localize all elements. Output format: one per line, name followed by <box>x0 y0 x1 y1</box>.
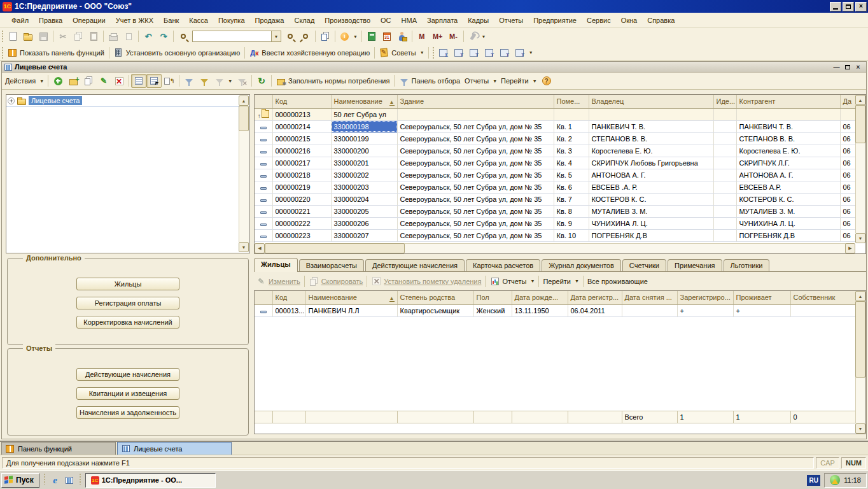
column-header-Наименование[interactable]: Наименование▲ <box>331 95 397 108</box>
cell-apartment[interactable]: Кв. 8 <box>554 205 589 217</box>
command-button-3[interactable]: ДкВвести хозяйственную операцию <box>247 46 372 60</box>
cell-code[interactable]: 000000214 <box>272 120 331 132</box>
residents-reports-menu[interactable]: Отчеты▼ <box>487 274 536 288</box>
format-table-button[interactable] <box>451 46 466 60</box>
cell-empty[interactable] <box>840 108 856 120</box>
user-permissions-button[interactable] <box>395 29 410 43</box>
doc-restore-button[interactable] <box>842 62 853 71</box>
column-header-Иде...[interactable]: Иде... <box>713 95 736 108</box>
menu-item-Сервис[interactable]: Сервис <box>582 15 616 26</box>
cell-registered[interactable]: + <box>677 304 733 316</box>
filter-settings-button[interactable] <box>197 74 212 88</box>
page-table-button[interactable] <box>497 46 512 60</box>
quicklaunch-grip[interactable] <box>43 473 46 485</box>
menu-item-Предприятие[interactable]: Предприятие <box>528 15 582 26</box>
side-button-Корректировка начислений[interactable]: Корректировка начислений <box>76 316 179 329</box>
menu-item-Файл[interactable]: Файл <box>6 15 34 26</box>
outlook-express-icon[interactable] <box>64 474 75 486</box>
cell-code[interactable]: 000013... <box>272 304 305 316</box>
cut-button[interactable]: ✂ <box>55 29 71 43</box>
list-table-button[interactable] <box>482 46 497 60</box>
cell-birthdate[interactable]: 13.11.1950 <box>512 304 568 316</box>
residents-view-filter[interactable]: Все проживающие <box>585 274 650 288</box>
tree-scroll-thumb[interactable] <box>239 106 249 131</box>
cell-relation[interactable]: Квартиросъемщик <box>397 304 473 316</box>
cell-name[interactable]: 330000204 <box>331 193 397 205</box>
cell-id[interactable] <box>713 132 736 145</box>
actions-menu[interactable]: Действия▼ <box>3 74 46 88</box>
cell-contractor[interactable]: МУТАЛИЕВ З. М. <box>736 205 840 217</box>
tab-Счетчики[interactable]: Счетчики <box>622 259 666 272</box>
accounts-row[interactable]: 000000222330000206Североуральск, 50 лет … <box>255 217 856 229</box>
accounts-row[interactable]: 000000218330000202Североуральск, 50 лет … <box>255 169 856 181</box>
menu-item-Правка[interactable]: Правка <box>34 15 67 26</box>
cell-date[interactable]: 06 <box>840 120 856 132</box>
column-header-Наименование[interactable]: Наименование▲ <box>305 291 397 304</box>
cell-code[interactable]: 000000216 <box>272 145 331 157</box>
cell-apartment[interactable]: Кв. 5 <box>554 169 589 181</box>
cell-empty[interactable] <box>554 108 589 120</box>
cell-name[interactable]: ПАНКЕВИЧ Л.Л <box>305 304 397 316</box>
cell-apartment[interactable]: Кв. 4 <box>554 157 589 169</box>
goto-menu[interactable]: Перейти▼ <box>499 74 539 88</box>
cell-owner[interactable]: Коростелева Е. Ю. <box>589 145 713 157</box>
hierarchy-view-button[interactable] <box>131 74 146 88</box>
tab-Карточка расчетов[interactable]: Карточка расчетов <box>466 259 540 272</box>
resident-row[interactable]: 000013...ПАНКЕВИЧ Л.ЛКвартиросъемщикЖенс… <box>255 304 856 316</box>
cell-id[interactable] <box>713 169 736 181</box>
column-header-Дата рожде...[interactable]: Дата рожде... <box>512 291 568 304</box>
cell-id[interactable] <box>713 181 736 193</box>
export-table-button[interactable] <box>512 46 528 60</box>
cell-owner[interactable] <box>790 304 856 316</box>
cell-building[interactable]: Североуральск, 50 лет Субра ул, дом № 35 <box>397 181 554 193</box>
column-header-Проживает[interactable]: Проживает <box>733 291 790 304</box>
cell-gender[interactable]: Женский <box>473 304 512 316</box>
cell-name[interactable]: 330000201 <box>331 157 397 169</box>
side-button-Действующие начисления[interactable]: Действующие начисления <box>76 368 179 381</box>
cell-date[interactable]: 06 <box>840 193 856 205</box>
minimize-button[interactable] <box>830 2 841 11</box>
column-header-Здание[interactable]: Здание <box>397 95 554 108</box>
cell-contractor[interactable]: ПОГРЕБНЯК Д.В <box>736 229 840 241</box>
totals-table-button[interactable] <box>436 46 451 60</box>
cell-code[interactable]: 000000215 <box>272 132 331 145</box>
window-titlebar[interactable]: 1C 1С:Предприятие - ООО "Союз" × <box>0 0 868 13</box>
side-button-Квитанции и извещения[interactable]: Квитанции и извещения <box>76 387 179 400</box>
accounts-group-row[interactable]: ↑00000021350 лет Субра ул <box>255 108 856 120</box>
menu-item-НМА[interactable]: НМА <box>396 15 422 26</box>
tree-scroll-down-button[interactable]: ▼ <box>239 242 249 252</box>
accounts-row[interactable]: 000000216330000200Североуральск, 50 лет … <box>255 145 856 157</box>
column-header-Поме...[interactable]: Поме... <box>554 95 589 108</box>
cell-empty[interactable] <box>736 108 840 120</box>
column-header-Контрагент[interactable]: Контрагент <box>736 95 840 108</box>
doc-close-button[interactable]: × <box>853 62 864 71</box>
add-button[interactable] <box>50 74 66 88</box>
info-button[interactable]: i▼ <box>337 29 360 43</box>
column-header-Владелец[interactable]: Владелец <box>589 95 713 108</box>
memory-button-M+[interactable]: M+ <box>430 29 446 43</box>
tab-Взаиморасчеты[interactable]: Взаиморасчеты <box>299 259 364 272</box>
cell-date[interactable]: 06 <box>840 181 856 193</box>
cell-apartment[interactable]: Кв. 3 <box>554 145 589 157</box>
menu-item-Операции[interactable]: Операции <box>67 15 110 26</box>
tree-item-accounts[interactable]: Лицевые счета <box>6 95 249 107</box>
cell-owner[interactable]: СКРИПЧУК Любовь Григорьевна <box>589 157 713 169</box>
cell-contractor[interactable]: КОСТЕРОВ К. С. <box>736 193 840 205</box>
cell-contractor[interactable]: ЧУНИХИНА Л. Ц. <box>736 217 840 229</box>
accounts-scroll-up-button[interactable]: ▲ <box>855 95 865 105</box>
cell-building[interactable]: Североуральск, 50 лет Субра ул, дом № 35 <box>397 205 554 217</box>
memory-button-M-[interactable]: M- <box>446 29 461 43</box>
cell-empty[interactable] <box>397 108 554 120</box>
cell-name[interactable]: 330000205 <box>331 205 397 217</box>
command-button-4[interactable]: Советы▼ <box>377 46 426 60</box>
save-file-button[interactable] <box>36 29 51 43</box>
cell-name[interactable]: 330000206 <box>331 217 397 229</box>
cell-building[interactable]: Североуральск, 50 лет Субра ул, дом № 35 <box>397 193 554 205</box>
cell-empty[interactable] <box>713 108 736 120</box>
filter-by-value-button[interactable] <box>181 74 197 88</box>
print-button[interactable] <box>106 29 121 43</box>
expand-icon[interactable] <box>8 97 15 104</box>
accounts-row[interactable]: 000000221330000205Североуральск, 50 лет … <box>255 205 856 217</box>
menu-item-Касса[interactable]: Касса <box>184 15 213 26</box>
cell-id[interactable] <box>713 193 736 205</box>
